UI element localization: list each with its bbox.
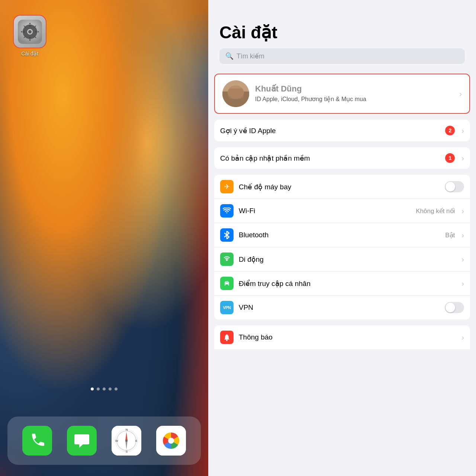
settings-app-label: Cài đặt: [21, 51, 38, 57]
svg-text:S: S: [126, 450, 128, 453]
notifications-symbol: [223, 334, 231, 341]
dock-phone-icon[interactable]: [22, 426, 52, 456]
phone-icon: [29, 432, 46, 449]
settings-app-icon[interactable]: Cài đặt: [11, 15, 48, 57]
notifications-label: Thông báo: [239, 333, 456, 341]
wifi-label: Wi-Fi: [239, 207, 411, 215]
svg-text:N: N: [126, 428, 128, 431]
notifications-section: Thông báo ›: [214, 325, 470, 349]
svg-point-25: [168, 438, 174, 444]
dot-1: [91, 387, 94, 390]
software-update-section: Có bản cập nhật phần mềm 1 ›: [214, 147, 470, 169]
profile-avatar-image: [222, 80, 249, 107]
page-dots: [0, 387, 208, 390]
search-icon: 🔍: [225, 52, 234, 60]
wifi-row[interactable]: Wi-Fi Không kết nối ›: [214, 199, 470, 223]
wallpaper: [0, 0, 208, 476]
settings-icon-box: [13, 15, 46, 48]
notifications-chevron: ›: [461, 333, 464, 342]
software-update-row[interactable]: Có bản cập nhật phần mềm 1 ›: [214, 147, 470, 169]
settings-panel: Cài đặt 🔍 Tìm kiếm Khuất D: [208, 0, 476, 476]
svg-point-31: [226, 259, 228, 261]
wifi-value: Không kết nối: [416, 207, 455, 215]
svg-text:W: W: [115, 439, 118, 443]
cellular-label: Di động: [239, 255, 456, 264]
bluetooth-value: Bật: [445, 231, 455, 239]
software-update-chevron: ›: [461, 154, 464, 163]
svg-text:E: E: [135, 439, 137, 443]
search-bar[interactable]: 🔍 Tìm kiếm: [219, 48, 465, 64]
notifications-row[interactable]: Thông báo ›: [214, 325, 470, 349]
settings-list: Khuất Dũng ID Apple, iCloud, Phương tiện…: [208, 68, 476, 476]
dock-photos-icon[interactable]: [156, 426, 186, 456]
cellular-chevron: ›: [461, 255, 464, 264]
apple-id-chevron: ›: [461, 126, 464, 135]
cellular-icon: [220, 253, 234, 266]
hotspot-chevron: ›: [461, 279, 464, 288]
svg-point-12: [28, 30, 31, 33]
airplane-icon: ✈: [220, 180, 234, 193]
bluetooth-label: Bluetooth: [239, 231, 440, 239]
svg-rect-30: [222, 80, 249, 107]
dock: N S W E: [7, 416, 201, 465]
photos-icon: [156, 426, 186, 456]
software-update-badge: 1: [445, 153, 455, 163]
svg-point-19: [125, 440, 128, 442]
dot-3: [103, 387, 106, 390]
vpn-toggle[interactable]: [445, 302, 464, 313]
profile-info: Khuất Dũng ID Apple, iCloud, Phương tiện…: [255, 84, 453, 103]
software-update-label: Có bản cập nhật phần mềm: [220, 154, 440, 163]
dock-safari-icon[interactable]: N S W E: [112, 426, 141, 456]
avatar: [222, 80, 249, 107]
dot-4: [109, 387, 112, 390]
gear-icon: [18, 20, 42, 44]
settings-header: Cài đặt 🔍 Tìm kiếm: [208, 0, 476, 68]
dot-5: [115, 387, 118, 390]
apple-id-section: Gợi ý về ID Apple 2 ›: [214, 120, 470, 141]
bluetooth-row[interactable]: Bluetooth Bật ›: [214, 223, 470, 247]
apple-id-suggestion-row[interactable]: Gợi ý về ID Apple 2 ›: [214, 120, 470, 141]
wifi-icon: [220, 204, 234, 218]
connectivity-section: ✈ Chế độ máy bay Wi-Fi Không kết nối ›: [214, 175, 470, 319]
airplane-mode-row[interactable]: ✈ Chế độ máy bay: [214, 175, 470, 199]
hotspot-symbol: [223, 280, 231, 287]
dot-2: [97, 387, 100, 390]
bluetooth-symbol: [223, 231, 230, 239]
bluetooth-chevron: ›: [461, 231, 464, 239]
page-title: Cài đặt: [219, 22, 465, 42]
cellular-row[interactable]: Di động ›: [214, 247, 470, 271]
vpn-label: VPN: [239, 303, 440, 312]
hotspot-label: Điểm truy cập cá nhân: [239, 279, 456, 288]
vpn-row[interactable]: VPN VPN: [214, 296, 470, 319]
search-placeholder: Tìm kiếm: [237, 52, 264, 60]
profile-chevron: ›: [459, 90, 462, 98]
hotspot-row[interactable]: Điểm truy cập cá nhân ›: [214, 271, 470, 296]
apple-id-badge: 2: [445, 126, 455, 135]
home-screen: Cài đặt: [0, 0, 208, 476]
svg-point-33: [226, 340, 228, 341]
wifi-symbol: [223, 208, 231, 214]
profile-subtitle: ID Apple, iCloud, Phương tiện & Mục mua: [255, 95, 453, 103]
profile-row[interactable]: Khuất Dũng ID Apple, iCloud, Phương tiện…: [214, 74, 470, 114]
notifications-icon: [220, 331, 234, 344]
vpn-icon: VPN: [220, 301, 234, 314]
hotspot-icon: [220, 277, 234, 290]
apple-id-suggestion-label: Gợi ý về ID Apple: [220, 126, 440, 135]
airplane-toggle[interactable]: [445, 181, 464, 192]
dock-messages-icon[interactable]: [67, 426, 97, 456]
airplane-label: Chế độ máy bay: [239, 183, 440, 191]
wifi-chevron: ›: [461, 207, 464, 215]
profile-name: Khuất Dũng: [255, 84, 453, 94]
cellular-symbol: [223, 255, 231, 263]
safari-icon: N S W E: [112, 426, 141, 456]
bluetooth-icon: [220, 228, 234, 242]
messages-icon: [73, 431, 91, 450]
